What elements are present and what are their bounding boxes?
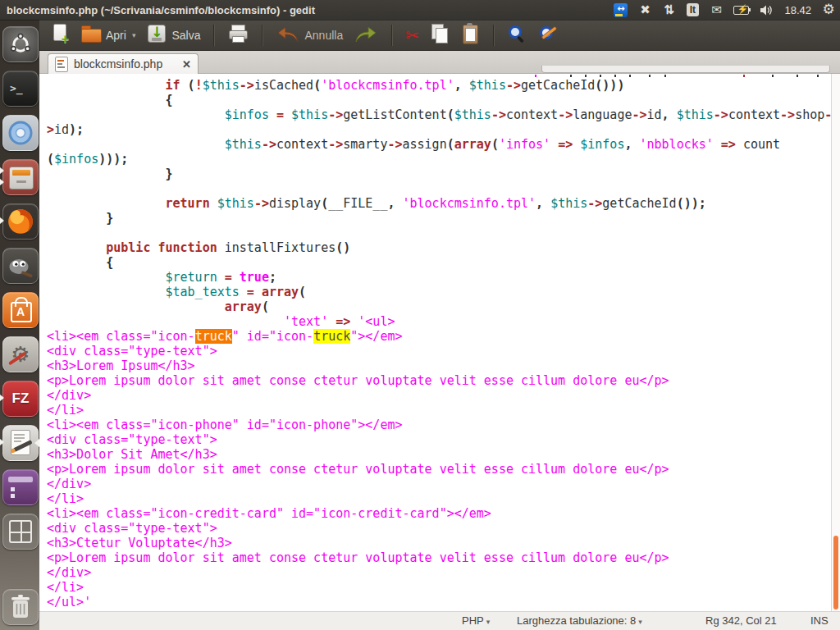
gimp-icon: [2, 248, 39, 284]
paste-clipboard-icon: [460, 23, 480, 47]
launcher-item-terminal[interactable]: >_: [2, 71, 38, 107]
search-button[interactable]: [504, 22, 530, 48]
search-popup-edge: [541, 66, 830, 73]
tab-label: blockcmsinfo.php: [74, 57, 162, 71]
launcher-item-workspace-switcher[interactable]: [2, 514, 38, 550]
launcher-item-system-settings[interactable]: ⚙: [2, 336, 38, 372]
code-line: {: [47, 255, 840, 270]
tab-width-selector[interactable]: Larghezza tabulazione: 8▾: [517, 614, 642, 627]
window-title: blockcmsinfo.php (~/Scrivania/csminfo/bl…: [0, 4, 614, 16]
search-replace-button[interactable]: [536, 22, 563, 48]
network-arrows-indicator[interactable]: ⇅: [662, 2, 675, 18]
session-gear-indicator[interactable]: ⚙: [822, 2, 835, 18]
launcher-item-gimp[interactable]: [2, 248, 38, 284]
code-line: <h3>Lorem Ipsum</h3>: [47, 358, 840, 373]
tab-close-icon[interactable]: ✕: [182, 59, 191, 70]
software-center-icon: A: [2, 292, 39, 328]
code-line: <div class="type-text">: [47, 521, 840, 536]
scrollbar-thumb[interactable]: [833, 536, 838, 609]
cut-scissors-icon: ✂: [405, 25, 419, 45]
paste-button[interactable]: [458, 21, 482, 48]
clipped-line-fragment: [772, 75, 774, 77]
clipped-line-fragment: [649, 75, 651, 77]
insert-mode-indicator: INS: [810, 614, 829, 627]
volume-indicator[interactable]: [760, 2, 774, 18]
code-line: <li><em class="icon-phone" id="icon-phon…: [47, 418, 840, 432]
code-line: $tab_texts = array(: [47, 285, 840, 299]
print-button[interactable]: [225, 21, 251, 48]
clipped-line-fragment: [535, 75, 536, 77]
keyboard-layout-indicator[interactable]: It: [686, 2, 699, 18]
dash-icon: [2, 26, 39, 62]
language-mode-label: PHP: [462, 614, 484, 627]
battery-indicator[interactable]: ⚡: [733, 2, 749, 18]
text-editor[interactable]: if (!$this->isCached('blockcmsinfo.tpl',…: [39, 74, 840, 612]
workspace-switcher-icon: [2, 514, 39, 550]
gedit-icon: [2, 425, 39, 461]
launcher-item-dash[interactable]: [2, 26, 38, 62]
code-line: <p>Lorem ipsum dolor sit amet conse ctet…: [47, 550, 840, 565]
messages-indicator[interactable]: ✉: [710, 2, 723, 18]
clipped-line-fragment: [585, 75, 587, 77]
running-pip-icon: [0, 179, 4, 185]
undo-icon: [276, 24, 300, 46]
cut-button[interactable]: ✂: [403, 24, 422, 47]
running-pip-icon: [0, 395, 4, 401]
save-button[interactable]: ↓ Salva: [144, 21, 203, 48]
launcher-item-software-center[interactable]: A: [2, 292, 38, 328]
tab-blockcmsinfo[interactable]: blockcmsinfo.php ✕: [48, 53, 199, 74]
launcher-item-trash[interactable]: [2, 589, 38, 625]
launcher-item-filezilla[interactable]: FZ: [2, 381, 38, 417]
code-line: <li><em class="icon-credit-card" id="ico…: [47, 506, 840, 521]
clipped-line-fragment: [629, 75, 631, 77]
code-line: <h3>Dolor Sit Amet</h3>: [47, 447, 840, 462]
code-line: >id);: [47, 122, 840, 137]
undo-button[interactable]: Annulla: [273, 22, 345, 48]
code-line: </div>: [47, 388, 840, 403]
launcher-item-firefox[interactable]: [2, 203, 38, 240]
code-line: if (!$this->isCached('blockcmsinfo.tpl',…: [47, 78, 840, 93]
code-line: [47, 181, 840, 196]
clock-indicator[interactable]: 18.42: [784, 2, 811, 18]
clipped-line-fragment: [570, 75, 572, 77]
firefox-icon: [2, 203, 39, 240]
dropdown-caret-icon: ▾: [638, 618, 642, 626]
clipped-line-fragment: [817, 75, 819, 77]
new-document-button[interactable]: +: [48, 21, 72, 48]
copy-button[interactable]: [427, 21, 452, 48]
toolbar: + Apri ▾ ↓ Salva Annulla ✂: [39, 20, 840, 51]
indicator-cross-indicator[interactable]: ✖: [638, 2, 651, 18]
cursor-position: Rg 342, Col 21: [705, 614, 777, 627]
focused-arrow-icon: [34, 439, 39, 447]
copy-icon: [430, 23, 450, 47]
open-dropdown-caret-icon[interactable]: ▾: [132, 31, 136, 39]
tab-width-label: Larghezza tabulazione: 8: [517, 614, 636, 627]
unity-launcher: >_A⚙FZ: [0, 20, 39, 630]
code-line: <p>Lorem ipsum dolor sit amet conse ctet…: [47, 373, 840, 388]
status-bar: PHP▾ Larghezza tabulazione: 8▾ Rg 342, C…: [39, 611, 840, 630]
print-icon: [227, 23, 249, 47]
scrollbar-track[interactable]: [831, 74, 840, 612]
launcher-item-purple-app[interactable]: [2, 469, 38, 505]
launcher-item-chromium[interactable]: [2, 115, 38, 151]
undo-button-label: Annulla: [304, 29, 343, 42]
dropdown-caret-icon: ▾: [486, 618, 491, 626]
code-line: </div>: [47, 477, 840, 491]
search-replace-icon: [538, 24, 560, 46]
open-button[interactable]: Apri ▾: [78, 21, 138, 48]
code-line: }: [47, 211, 840, 226]
redo-button[interactable]: [351, 22, 381, 48]
launcher-item-file-archiver[interactable]: [2, 159, 38, 195]
language-mode-selector[interactable]: PHP▾: [462, 614, 490, 627]
code-line: ($infos)));: [47, 152, 840, 167]
code-line: </div>: [47, 565, 840, 580]
code-line: <p>Lorem ipsum dolor sit amet conse ctet…: [47, 462, 840, 477]
code-line: <h3>Ctetur Voluptate</h3>: [47, 536, 840, 550]
code-line: array(: [47, 299, 840, 314]
running-pip-icon: [0, 217, 4, 224]
toolbar-separator: [262, 25, 262, 46]
code-line: <div class="type-text">: [47, 344, 840, 358]
launcher-item-gedit[interactable]: [2, 425, 38, 461]
teamviewer-indicator[interactable]: ↔: [614, 2, 628, 18]
terminal-icon: >_: [2, 71, 39, 107]
